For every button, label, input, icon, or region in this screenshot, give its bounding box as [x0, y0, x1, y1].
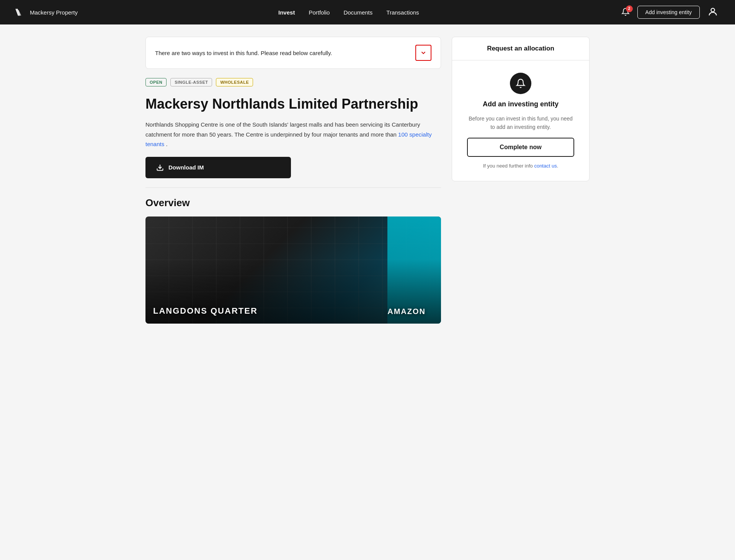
divider: [145, 187, 441, 188]
nav-links: Invest Portfolio Documents Transactions: [278, 9, 419, 16]
contact-info: If you need further info contact us.: [483, 163, 559, 169]
fund-desc-end: .: [166, 141, 167, 147]
overview-image: LANGDONS QUARTER AMAZON: [145, 217, 441, 324]
entity-description: Before you can invest in this fund, you …: [467, 114, 574, 132]
download-btn-label: Download IM: [168, 164, 204, 171]
right-column: Request an allocation Add an investing e…: [452, 37, 590, 324]
download-im-button[interactable]: Download IM: [145, 157, 291, 178]
entity-title: Add an investing entity: [483, 100, 559, 108]
notification-count: 2: [626, 5, 633, 12]
nav-portfolio[interactable]: Portfolio: [309, 9, 330, 16]
complete-now-button[interactable]: Complete now: [467, 138, 574, 157]
fund-desc-text: Northlands Shopping Centre is one of the…: [145, 121, 420, 138]
add-investing-entity-button[interactable]: Add investing entity: [637, 6, 700, 19]
left-column: There are two ways to invest in this fun…: [145, 37, 441, 324]
allocation-header: Request an allocation: [452, 37, 589, 60]
fund-title: Mackersy Northlands Limited Partnership: [145, 96, 441, 112]
banner-chevron-button[interactable]: [415, 45, 431, 61]
logo-text: Mackersy Property: [30, 9, 78, 16]
contact-us-link[interactable]: contact us: [534, 163, 557, 169]
site-logo: Mackersy Property: [15, 8, 78, 16]
page-content: There are two ways to invest in this fun…: [130, 24, 605, 336]
overview-title: Overview: [145, 197, 441, 209]
fund-tags: OPEN SINGLE-ASSET WHOLESALE: [145, 78, 441, 86]
logo-icon: [15, 8, 26, 16]
nav-transactions[interactable]: Transactions: [386, 9, 419, 16]
tag-open: OPEN: [145, 78, 167, 86]
nav-documents[interactable]: Documents: [343, 9, 372, 16]
tag-wholesale: WHOLESALE: [216, 78, 253, 86]
contact-prefix: If you need further info: [483, 163, 534, 169]
fund-description: Northlands Shopping Centre is one of the…: [145, 120, 441, 149]
nav-invest[interactable]: Invest: [278, 9, 295, 16]
notification-bell-button[interactable]: 2: [620, 6, 631, 19]
user-profile-button[interactable]: [706, 5, 720, 20]
allocation-card: Request an allocation Add an investing e…: [452, 37, 590, 181]
image-label-main: LANGDONS QUARTER: [145, 298, 265, 324]
image-label-sub: AMAZON: [387, 307, 426, 316]
nav-actions: 2 Add investing entity: [620, 5, 720, 20]
banner-text: There are two ways to invest in this fun…: [155, 50, 332, 56]
allocation-body: Add an investing entity Before you can i…: [452, 60, 589, 181]
contact-suffix: .: [557, 163, 559, 169]
bell-icon-circle: [510, 73, 531, 94]
info-banner: There are two ways to invest in this fun…: [145, 37, 441, 69]
tag-single-asset: SINGLE-ASSET: [170, 78, 212, 86]
svg-point-3: [711, 8, 714, 11]
